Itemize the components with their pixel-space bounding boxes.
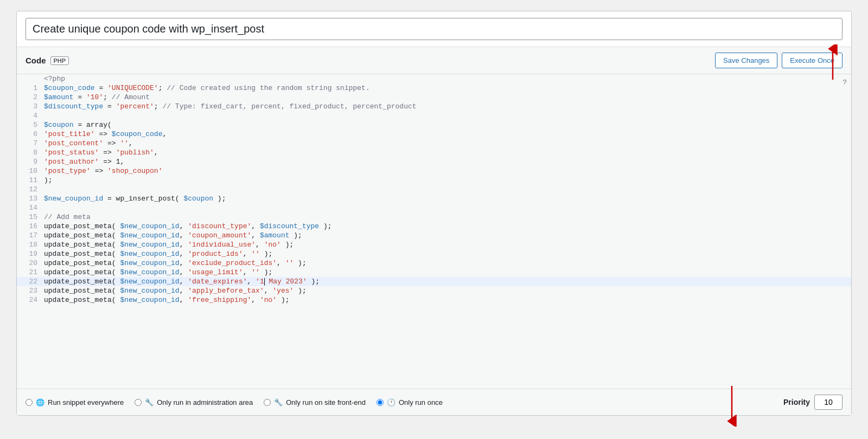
code-row: 19 update_post_meta( $new_coupon_id, 'pr…	[17, 249, 851, 259]
globe-icon: 🌐	[36, 398, 44, 406]
radio-once[interactable]	[376, 399, 384, 406]
line-number: 12	[17, 185, 44, 194]
save-changes-button[interactable]: Save Changes	[715, 53, 777, 68]
line-number: 15	[17, 212, 44, 222]
line-content	[44, 111, 851, 120]
line-content: $new_coupon_id = wp_insert_post( $coupon…	[44, 194, 851, 203]
main-container: Code PHP Save Changes Execute Once	[16, 11, 852, 416]
help-icon[interactable]: ?	[843, 79, 847, 87]
radio-label-frontend: Only run on site front-end	[286, 398, 366, 406]
code-row: 24 update_post_meta( $new_coupon_id, 'fr…	[17, 295, 851, 305]
code-lines: <?php 1 $coupon_code = 'UNIQUECODE'; // …	[17, 74, 851, 305]
line-content: 'post_content' => '',	[44, 139, 851, 148]
line-number: 1	[17, 83, 44, 93]
code-label-text: Code	[25, 56, 46, 65]
line-content: 'post_status' => 'publish',	[44, 148, 851, 157]
line-content: update_post_meta( $new_coupon_id, 'apply…	[44, 286, 851, 295]
line-number: 9	[17, 157, 44, 166]
code-row: 2 $amount = '10'; // Amount	[17, 93, 851, 102]
line-number: 23	[17, 286, 44, 295]
line-number: 20	[17, 259, 44, 268]
radio-item-once[interactable]: 🕐 Only run once	[376, 398, 443, 406]
line-content: $coupon = array(	[44, 120, 851, 130]
priority-group: Priority	[783, 395, 843, 410]
line-content: update_post_meta( $new_coupon_id, 'free_…	[44, 295, 851, 305]
line-number: 4	[17, 111, 44, 120]
line-number: 3	[17, 102, 44, 111]
line-content: );	[44, 176, 851, 185]
line-content: update_post_meta( $new_coupon_id, 'date_…	[44, 277, 851, 286]
line-number: 10	[17, 166, 44, 176]
line-number: 21	[17, 268, 44, 277]
line-content: 'post_title' => $coupon_code,	[44, 130, 851, 139]
line-content: $discount_type = 'percent'; // Type: fix…	[44, 102, 851, 111]
code-row: 16 update_post_meta( $new_coupon_id, 'di…	[17, 222, 851, 231]
line-number: 14	[17, 203, 44, 212]
line-number: 17	[17, 231, 44, 240]
radio-label-once: Only run once	[399, 398, 443, 406]
radio-item-everywhere[interactable]: 🌐 Run snippet everywhere	[25, 398, 124, 406]
wrench-icon: 🔧	[145, 398, 154, 406]
radio-everywhere[interactable]	[25, 399, 33, 406]
code-label: Code PHP	[25, 56, 69, 65]
line-number: 13	[17, 194, 44, 203]
code-row: 9 'post_author' => 1,	[17, 157, 851, 166]
code-row: 4	[17, 111, 851, 120]
line-content: update_post_meta( $new_coupon_id, 'produ…	[44, 249, 851, 259]
line-content: update_post_meta( $new_coupon_id, 'exclu…	[44, 259, 851, 268]
line-number: 16	[17, 222, 44, 231]
line-number: 2	[17, 93, 44, 102]
radio-item-admin[interactable]: 🔧 Only run in administration area	[135, 398, 253, 406]
code-row: 15 // Add meta	[17, 212, 851, 222]
code-row: 8 'post_status' => 'publish',	[17, 148, 851, 157]
code-row: 23 update_post_meta( $new_coupon_id, 'ap…	[17, 286, 851, 295]
snippet-title-input[interactable]	[25, 18, 843, 40]
code-row: 14	[17, 203, 851, 212]
title-bar	[17, 11, 851, 47]
line-number: 22	[17, 277, 44, 286]
line-number: 24	[17, 295, 44, 305]
line-content: $coupon_code = 'UNIQUECODE'; // Code cre…	[44, 83, 851, 93]
line-content: update_post_meta( $new_coupon_id, 'indiv…	[44, 240, 851, 249]
code-row: 21 update_post_meta( $new_coupon_id, 'us…	[17, 268, 851, 277]
radio-label-admin: Only run in administration area	[157, 398, 253, 406]
code-row: <?php	[17, 74, 851, 83]
code-row: 3 $discount_type = 'percent'; // Type: f…	[17, 102, 851, 111]
clock-icon: 🕐	[387, 398, 395, 406]
code-row: 5 $coupon = array(	[17, 120, 851, 130]
line-content: update_post_meta( $new_coupon_id, 'coupo…	[44, 231, 851, 240]
radio-frontend[interactable]	[264, 399, 271, 406]
code-row: 7 'post_content' => '',	[17, 139, 851, 148]
line-content: // Add meta	[44, 212, 851, 222]
line-content: update_post_meta( $new_coupon_id, 'usage…	[44, 268, 851, 277]
line-number: 19	[17, 249, 44, 259]
radio-admin[interactable]	[135, 399, 142, 406]
code-editor[interactable]: <?php 1 $coupon_code = 'UNIQUECODE'; // …	[17, 74, 851, 389]
line-number: 5	[17, 120, 44, 130]
code-row: 17 update_post_meta( $new_coupon_id, 'co…	[17, 231, 851, 240]
line-content: 'post_type' => 'shop_coupon'	[44, 166, 851, 176]
line-number: 18	[17, 240, 44, 249]
line-content: <?php	[44, 74, 851, 83]
line-number: 11	[17, 176, 44, 185]
code-row: 20 update_post_meta( $new_coupon_id, 'ex…	[17, 259, 851, 268]
code-wrapper: <?php 1 $coupon_code = 'UNIQUECODE'; // …	[17, 74, 851, 389]
code-row: 12	[17, 185, 851, 194]
code-row: 1 $coupon_code = 'UNIQUECODE'; // Code c…	[17, 83, 851, 93]
footer-bar: 🌐 Run snippet everywhere 🔧 Only run in a…	[17, 389, 851, 415]
execute-once-button[interactable]: Execute Once	[782, 53, 843, 68]
code-row: 13 $new_coupon_id = wp_insert_post( $cou…	[17, 194, 851, 203]
code-row: 11 );	[17, 176, 851, 185]
radio-item-frontend[interactable]: 🔧 Only run on site front-end	[264, 398, 366, 406]
line-number: 8	[17, 148, 44, 157]
line-content: update_post_meta( $new_coupon_id, 'disco…	[44, 222, 851, 231]
code-header: Code PHP Save Changes Execute Once	[17, 47, 851, 74]
radio-label-everywhere: Run snippet everywhere	[48, 398, 124, 406]
wrench-icon-2: 🔧	[274, 398, 283, 406]
priority-input[interactable]	[814, 395, 843, 410]
code-row-highlighted: 22 update_post_meta( $new_coupon_id, 'da…	[17, 277, 851, 286]
line-number	[17, 74, 44, 83]
code-row: 6 'post_title' => $coupon_code,	[17, 130, 851, 139]
php-badge: PHP	[50, 56, 69, 65]
line-content: 'post_author' => 1,	[44, 157, 851, 166]
